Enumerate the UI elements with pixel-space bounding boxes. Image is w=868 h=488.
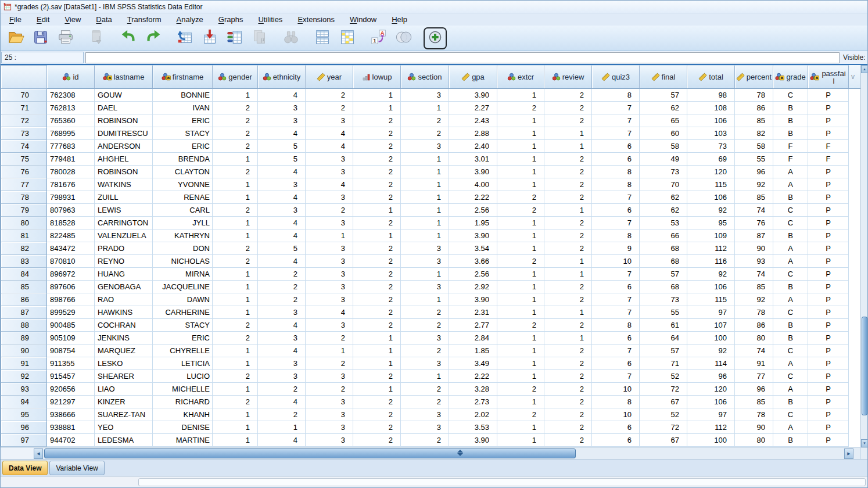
- cell-percent-92[interactable]: 77: [735, 370, 773, 383]
- cell-id-83[interactable]: 870810: [47, 255, 95, 268]
- cell-review-71[interactable]: 2: [544, 102, 592, 114]
- column-header-lowup[interactable]: lowup: [353, 65, 401, 89]
- cell-passfail-79[interactable]: P: [808, 204, 849, 217]
- cell-review-70[interactable]: 2: [544, 89, 592, 102]
- cell-final-96[interactable]: 72: [640, 421, 687, 434]
- cell-gpa-78[interactable]: 2.22: [449, 191, 497, 204]
- cell-lastname-77[interactable]: WATKINS: [95, 178, 153, 191]
- cell-lastname-82[interactable]: PRADO: [95, 242, 153, 255]
- cell-grade-94[interactable]: B: [773, 396, 808, 408]
- cell-grade-80[interactable]: C: [773, 217, 808, 229]
- scroll-up-button[interactable]: ▲: [861, 65, 867, 73]
- row-header-83[interactable]: 83: [1, 255, 47, 268]
- cell-quiz3-82[interactable]: 9: [592, 242, 640, 255]
- descriptives-button[interactable]: μ: [248, 27, 271, 49]
- cell-passfail-84[interactable]: P: [808, 268, 849, 281]
- row-header-84[interactable]: 84: [1, 268, 47, 281]
- cell-firstname-79[interactable]: CARL: [153, 204, 213, 217]
- row-header-92[interactable]: 92: [1, 370, 47, 383]
- cell-lowup-96[interactable]: 2: [353, 421, 401, 434]
- cell-review-95[interactable]: 2: [544, 408, 592, 421]
- cell-firstname-78[interactable]: RENAE: [153, 191, 213, 204]
- cell-percent-80[interactable]: 76: [735, 217, 773, 229]
- cell-gpa-70[interactable]: 3.90: [449, 89, 497, 102]
- cell-extcr-92[interactable]: 1: [497, 370, 544, 383]
- row-header-79[interactable]: 79: [1, 204, 47, 217]
- undo-button[interactable]: [117, 27, 140, 49]
- cell-total-89[interactable]: 100: [687, 332, 735, 345]
- cell-grade-82[interactable]: A: [773, 242, 808, 255]
- cell-percent-91[interactable]: 91: [735, 357, 773, 370]
- pane-splitter-handle[interactable]: [457, 450, 463, 456]
- cell-passfail-88[interactable]: P: [808, 319, 849, 332]
- cell-ethnicity-73[interactable]: 4: [258, 127, 306, 140]
- value-labels-button[interactable]: A1: [367, 27, 390, 49]
- menu-file[interactable]: File: [2, 14, 29, 25]
- cell-id-92[interactable]: 915457: [47, 370, 95, 383]
- horizontal-scrollbar[interactable]: ◀ ▶: [1, 447, 867, 459]
- cell-quiz3-97[interactable]: 6: [592, 434, 640, 447]
- cell-lastname-74[interactable]: ANDERSON: [95, 140, 153, 153]
- cell-review-76[interactable]: 2: [544, 166, 592, 178]
- cell-lastname-88[interactable]: COCHRAN: [95, 319, 153, 332]
- cell-lowup-86[interactable]: 2: [353, 293, 401, 306]
- cell-ethnicity-95[interactable]: 2: [258, 408, 306, 421]
- cell-gender-78[interactable]: 1: [213, 191, 258, 204]
- cell-percent-78[interactable]: 85: [735, 191, 773, 204]
- cell-year-71[interactable]: 2: [306, 102, 353, 114]
- cell-year-79[interactable]: 2: [306, 204, 353, 217]
- cell-final-82[interactable]: 68: [640, 242, 687, 255]
- cell-review-92[interactable]: 2: [544, 370, 592, 383]
- cell-section-70[interactable]: 3: [401, 89, 449, 102]
- cell-total-71[interactable]: 108: [687, 102, 735, 114]
- cell-final-80[interactable]: 53: [640, 217, 687, 229]
- row-header-88[interactable]: 88: [1, 319, 47, 332]
- cell-year-82[interactable]: 3: [306, 242, 353, 255]
- cell-gpa-81[interactable]: 3.90: [449, 229, 497, 242]
- cell-passfail-97[interactable]: P: [808, 434, 849, 447]
- cell-extcr-78[interactable]: 2: [497, 191, 544, 204]
- select-cases-button[interactable]: [336, 27, 359, 49]
- column-header-extcr[interactable]: extcr: [497, 65, 544, 89]
- cell-passfail-82[interactable]: P: [808, 242, 849, 255]
- cell-year-77[interactable]: 4: [306, 178, 353, 191]
- cell-percent-87[interactable]: 78: [735, 306, 773, 319]
- cell-extcr-95[interactable]: 2: [497, 408, 544, 421]
- cell-grade-85[interactable]: B: [773, 281, 808, 293]
- cell-review-81[interactable]: 2: [544, 229, 592, 242]
- cell-review-78[interactable]: 2: [544, 191, 592, 204]
- row-header-87[interactable]: 87: [1, 306, 47, 319]
- cell-total-76[interactable]: 120: [687, 166, 735, 178]
- cell-firstname-73[interactable]: STACY: [153, 127, 213, 140]
- cell-firstname-97[interactable]: MARTINE: [153, 434, 213, 447]
- cell-final-94[interactable]: 67: [640, 396, 687, 408]
- cell-year-93[interactable]: 2: [306, 383, 353, 396]
- cell-quiz3-88[interactable]: 8: [592, 319, 640, 332]
- cell-firstname-88[interactable]: STACY: [153, 319, 213, 332]
- cell-review-93[interactable]: 2: [544, 383, 592, 396]
- menu-data[interactable]: Data: [88, 14, 119, 25]
- tab-data-view[interactable]: Data View: [2, 461, 48, 475]
- cell-final-73[interactable]: 60: [640, 127, 687, 140]
- column-header-passfail[interactable]: apassfail: [808, 65, 849, 89]
- cell-total-95[interactable]: 97: [687, 408, 735, 421]
- cell-final-77[interactable]: 70: [640, 178, 687, 191]
- cell-extcr-73[interactable]: 1: [497, 127, 544, 140]
- cell-total-93[interactable]: 120: [687, 383, 735, 396]
- cell-gender-82[interactable]: 2: [213, 242, 258, 255]
- row-header-95[interactable]: 95: [1, 408, 47, 421]
- cell-review-84[interactable]: 1: [544, 268, 592, 281]
- cell-final-86[interactable]: 73: [640, 293, 687, 306]
- column-header-year[interactable]: year: [306, 65, 353, 89]
- cell-lowup-74[interactable]: 2: [353, 140, 401, 153]
- cell-extcr-94[interactable]: 1: [497, 396, 544, 408]
- menu-graphs[interactable]: Graphs: [211, 14, 251, 25]
- cell-firstname-71[interactable]: IVAN: [153, 102, 213, 114]
- cell-id-71[interactable]: 762813: [47, 102, 95, 114]
- cell-lastname-75[interactable]: AHGHEL: [95, 153, 153, 166]
- cell-review-79[interactable]: 1: [544, 204, 592, 217]
- cell-extcr-90[interactable]: 1: [497, 345, 544, 357]
- cell-gpa-90[interactable]: 1.85: [449, 345, 497, 357]
- cell-lowup-97[interactable]: 2: [353, 434, 401, 447]
- cell-final-84[interactable]: 57: [640, 268, 687, 281]
